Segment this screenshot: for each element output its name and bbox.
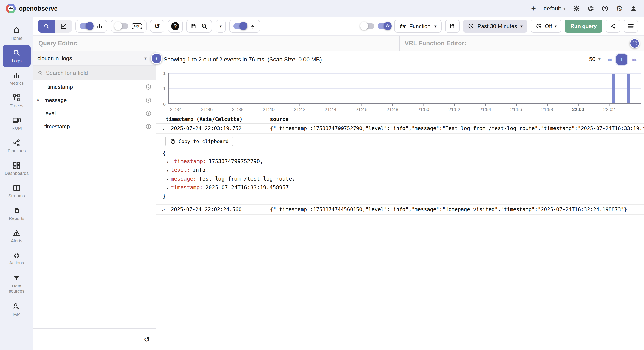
- search-icon: [43, 23, 50, 29]
- row-expand-icon[interactable]: ∨: [162, 126, 171, 131]
- slack-icon[interactable]: [587, 5, 594, 12]
- field-search-row: [33, 66, 156, 80]
- info-icon[interactable]: [145, 110, 152, 117]
- collapse-fields-panel-button[interactable]: ‹: [151, 53, 162, 64]
- results-summary-row: Showing 1 to 2 out of 2 events in 76 ms.…: [156, 51, 644, 68]
- events-histogram: 1 1 0 21:3421:3621:3821:4021:4221:4421:4…: [156, 68, 644, 115]
- more-menu-button[interactable]: [624, 20, 638, 32]
- run-query-button[interactable]: Run query: [565, 20, 602, 32]
- x-axis-tick-label: 21:42: [294, 107, 306, 112]
- x-axis-tick-label: 21:40: [263, 107, 274, 112]
- current-page-button[interactable]: 1: [616, 54, 627, 65]
- collapse-arrow-icon[interactable]: ▾: [166, 184, 171, 192]
- function-select-value: Function: [409, 23, 430, 29]
- svg-text:★: ★: [203, 24, 205, 27]
- column-header-timestamp: timestamp (Asia/Calcutta): [166, 116, 270, 122]
- info-icon[interactable]: [145, 84, 152, 90]
- sidebar-item-reports[interactable]: Reports: [0, 202, 33, 225]
- quick-mode-toggle[interactable]: [234, 23, 246, 29]
- toolbar-right: fx fx Function ▾ Past 30 Minutes ▾ Off ▾…: [361, 20, 638, 32]
- function-select[interactable]: fx Function ▾: [394, 20, 442, 32]
- sidebar-item-iam[interactable]: IAM: [0, 298, 33, 321]
- settings-gear-icon[interactable]: ⚙: [616, 5, 623, 12]
- first-page-button[interactable]: ◂◂: [607, 56, 611, 63]
- sql-mode-toggle[interactable]: [115, 23, 128, 29]
- x-axis-tick-label: 21:58: [541, 107, 553, 112]
- last-page-button[interactable]: ▸▸: [632, 56, 636, 63]
- info-icon[interactable]: [145, 97, 152, 103]
- json-value: Test log from /test-log route,: [199, 175, 295, 183]
- fields-panel: cloudrun_logs ▾ _timestamp ∨ message lev…: [33, 51, 156, 350]
- query-editor[interactable]: Query Editor:: [33, 36, 399, 51]
- syntax-help-button[interactable]: ?: [168, 20, 183, 32]
- sparkle-ai-icon[interactable]: ✦: [531, 5, 536, 12]
- sidebar-item-traces[interactable]: Traces: [0, 90, 33, 112]
- sidebar-item-actions[interactable]: Actions: [0, 247, 33, 270]
- histogram-toggle-group: [76, 20, 107, 32]
- json-brace-open: {: [163, 149, 644, 157]
- json-key: timestamp:: [171, 183, 203, 191]
- save-search-icon[interactable]: [190, 23, 197, 29]
- x-axis-tick-label: 21:54: [480, 107, 491, 112]
- log-row-1[interactable]: ∨ 2025-07-24 22:03:19.752 {"_timestamp":…: [156, 124, 644, 134]
- wrap-lines-toggle[interactable]: [361, 23, 374, 29]
- info-icon[interactable]: [145, 123, 152, 130]
- field-item-level[interactable]: level: [33, 107, 156, 120]
- log-row-2[interactable]: > 2025-07-24 22:02:24.560 {"_timestamp":…: [156, 204, 644, 215]
- time-range-select[interactable]: Past 30 Minutes ▾: [463, 20, 527, 32]
- save-function-button[interactable]: [445, 20, 460, 32]
- sidebar-item-dashboards[interactable]: Dashboards: [0, 157, 33, 180]
- chevron-down-icon[interactable]: ∨: [37, 98, 42, 103]
- help-icon[interactable]: ?: [602, 5, 609, 12]
- fullscreen-button[interactable]: [630, 38, 640, 48]
- histogram-bar[interactable]: [627, 74, 630, 103]
- sidebar-item-logs[interactable]: Logs: [2, 45, 31, 67]
- x-axis-tick-label: 22:02: [603, 107, 615, 112]
- dashboards-icon: [12, 161, 21, 170]
- chevron-down-icon: ▾: [564, 6, 566, 11]
- field-item-message[interactable]: ∨ message: [33, 94, 156, 107]
- row-expand-icon[interactable]: >: [162, 207, 171, 212]
- collapse-arrow-icon[interactable]: ▾: [166, 175, 171, 183]
- field-item-timestamp-internal[interactable]: _timestamp: [33, 80, 156, 94]
- sidebar-item-data-sources[interactable]: Data sources: [0, 270, 33, 298]
- collapse-arrow-icon[interactable]: ▾: [166, 167, 171, 175]
- copy-to-clipboard-button[interactable]: Copy to clipboard: [165, 137, 233, 146]
- refresh-clock-icon: [536, 23, 542, 29]
- histogram-plot[interactable]: [168, 73, 642, 104]
- brand[interactable]: openobserve: [6, 3, 58, 13]
- sidebar-item-home[interactable]: Home: [0, 22, 33, 45]
- sidebar-item-alerts[interactable]: Alerts: [0, 225, 33, 247]
- saved-views-icon[interactable]: ★: [200, 22, 208, 30]
- sidebar-item-streams[interactable]: Streams: [0, 180, 33, 202]
- per-page-select[interactable]: 50 ▾: [588, 55, 602, 64]
- sidebar-item-pipelines[interactable]: Pipelines: [0, 135, 33, 157]
- histogram-toggle[interactable]: [80, 23, 93, 29]
- vrl-function-editor[interactable]: VRL Function Editor:: [399, 36, 644, 51]
- org-selector[interactable]: default ▾: [544, 5, 566, 12]
- auto-refresh-select[interactable]: Off ▾: [531, 20, 561, 32]
- visualize-mode-button[interactable]: [55, 20, 72, 32]
- x-axis-tick-label: 21:56: [510, 107, 522, 112]
- search-mode-button[interactable]: [38, 20, 55, 32]
- log-source: {"_timestamp":1753374744560150,"level":"…: [270, 206, 644, 212]
- field-item-timestamp[interactable]: timestamp: [33, 120, 156, 133]
- refresh-fields-icon[interactable]: ↺: [144, 335, 150, 344]
- sidebar-item-metrics[interactable]: Metrics: [0, 67, 33, 90]
- x-axis-tick-label: 21:38: [232, 107, 244, 112]
- saved-views-dropdown-button[interactable]: ▾: [216, 20, 226, 32]
- histogram-bar[interactable]: [612, 74, 614, 103]
- collapse-arrow-icon[interactable]: ▾: [166, 158, 171, 166]
- y-axis-tick: 1: [156, 86, 166, 91]
- theme-toggle-sun-icon[interactable]: [573, 5, 580, 12]
- quick-mode-group: [229, 20, 260, 32]
- reset-filters-button[interactable]: ↺: [150, 20, 164, 32]
- user-avatar-icon[interactable]: [630, 5, 637, 12]
- top-header: openobserve ✦ default ▾: [0, 0, 644, 17]
- vrl-function-toggle[interactable]: fx: [378, 23, 391, 29]
- x-axis-tick-label: 21:46: [356, 107, 367, 112]
- field-search-input[interactable]: [46, 70, 152, 76]
- share-button[interactable]: [606, 20, 620, 32]
- sidebar-item-rum[interactable]: RUM: [0, 112, 33, 135]
- stream-selector[interactable]: cloudrun_logs ▾: [33, 51, 156, 66]
